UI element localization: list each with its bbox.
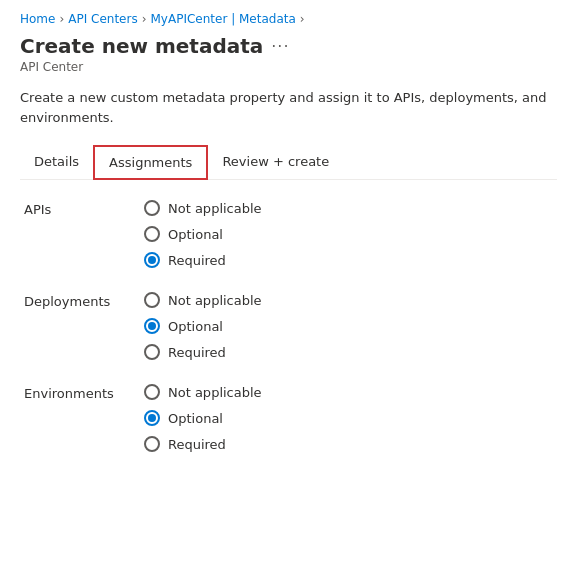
breadcrumb-api-centers[interactable]: API Centers bbox=[68, 12, 137, 26]
radio-option-env-req[interactable]: Required bbox=[144, 436, 262, 452]
radio-circle-env-req bbox=[144, 436, 160, 452]
assignment-row-environments: EnvironmentsNot applicableOptionalRequir… bbox=[24, 384, 557, 452]
tab-bar: Details Assignments Review + create bbox=[20, 145, 557, 180]
radio-label-dep-opt: Optional bbox=[168, 319, 223, 334]
radio-group-deployments: Not applicableOptionalRequired bbox=[144, 292, 262, 360]
assignments-form: APIsNot applicableOptionalRequiredDeploy… bbox=[20, 200, 557, 452]
radio-circle-dep-na bbox=[144, 292, 160, 308]
radio-label-dep-req: Required bbox=[168, 345, 226, 360]
more-options-icon[interactable]: ··· bbox=[271, 37, 289, 56]
radio-circle-env-na bbox=[144, 384, 160, 400]
page-subtitle: API Center bbox=[20, 60, 557, 74]
radio-circle-env-opt bbox=[144, 410, 160, 426]
radio-option-dep-na[interactable]: Not applicable bbox=[144, 292, 262, 308]
section-label-deployments: Deployments bbox=[24, 292, 144, 309]
assignment-row-deployments: DeploymentsNot applicableOptionalRequire… bbox=[24, 292, 557, 360]
radio-label-dep-na: Not applicable bbox=[168, 293, 262, 308]
page-header: Create new metadata ··· bbox=[20, 34, 557, 58]
radio-circle-dep-opt bbox=[144, 318, 160, 334]
radio-option-api-opt[interactable]: Optional bbox=[144, 226, 262, 242]
breadcrumb-sep1: › bbox=[59, 12, 64, 26]
radio-option-api-na[interactable]: Not applicable bbox=[144, 200, 262, 216]
breadcrumb-home[interactable]: Home bbox=[20, 12, 55, 26]
section-label-environments: Environments bbox=[24, 384, 144, 401]
breadcrumb-sep2: › bbox=[142, 12, 147, 26]
radio-circle-dep-req bbox=[144, 344, 160, 360]
radio-label-api-req: Required bbox=[168, 253, 226, 268]
radio-label-api-na: Not applicable bbox=[168, 201, 262, 216]
radio-label-env-opt: Optional bbox=[168, 411, 223, 426]
section-label-apis: APIs bbox=[24, 200, 144, 217]
radio-option-dep-req[interactable]: Required bbox=[144, 344, 262, 360]
radio-option-env-na[interactable]: Not applicable bbox=[144, 384, 262, 400]
tab-details[interactable]: Details bbox=[20, 146, 93, 179]
radio-group-apis: Not applicableOptionalRequired bbox=[144, 200, 262, 268]
radio-label-env-na: Not applicable bbox=[168, 385, 262, 400]
page-description: Create a new custom metadata property an… bbox=[20, 88, 557, 127]
radio-circle-api-opt bbox=[144, 226, 160, 242]
tab-assignments[interactable]: Assignments bbox=[93, 145, 208, 180]
radio-label-api-opt: Optional bbox=[168, 227, 223, 242]
tab-review[interactable]: Review + create bbox=[208, 146, 343, 179]
radio-circle-api-req bbox=[144, 252, 160, 268]
breadcrumb-my-api-center[interactable]: MyAPICenter | Metadata bbox=[151, 12, 296, 26]
assignment-row-apis: APIsNot applicableOptionalRequired bbox=[24, 200, 557, 268]
radio-option-api-req[interactable]: Required bbox=[144, 252, 262, 268]
radio-circle-api-na bbox=[144, 200, 160, 216]
page-title: Create new metadata bbox=[20, 34, 263, 58]
radio-group-environments: Not applicableOptionalRequired bbox=[144, 384, 262, 452]
breadcrumb: Home › API Centers › MyAPICenter | Metad… bbox=[20, 12, 557, 26]
radio-label-env-req: Required bbox=[168, 437, 226, 452]
radio-option-env-opt[interactable]: Optional bbox=[144, 410, 262, 426]
radio-option-dep-opt[interactable]: Optional bbox=[144, 318, 262, 334]
breadcrumb-sep3: › bbox=[300, 12, 305, 26]
